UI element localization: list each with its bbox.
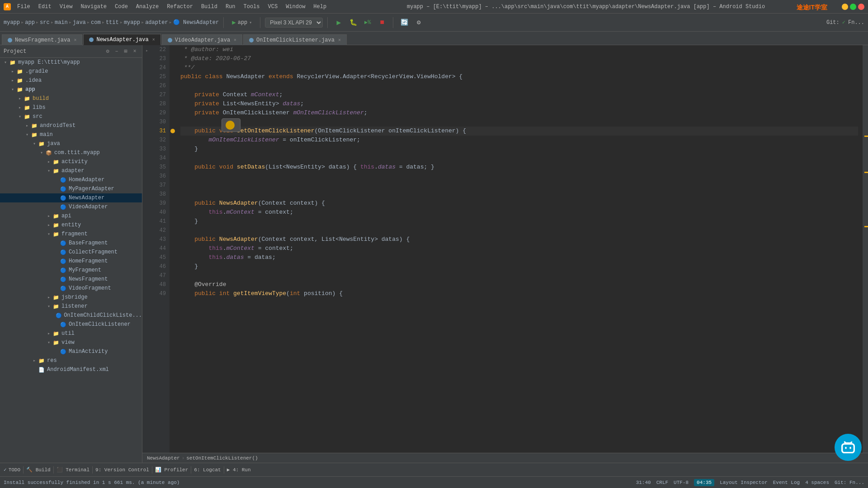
code-content[interactable]: * @author: wei * @date: 2020-06-27 **/ p… xyxy=(176,45,863,453)
tree-item-app[interactable]: ▾ 📁 app xyxy=(0,85,142,94)
close-button[interactable] xyxy=(858,4,864,10)
tab-close-newsadapter[interactable]: × xyxy=(152,38,155,42)
tab-onitemclicklistener[interactable]: OnItemClickListener.java × xyxy=(243,34,347,45)
maximize-button[interactable] xyxy=(850,4,856,10)
tree-item-build[interactable]: ▸ 📁 build xyxy=(0,94,142,103)
tree-item-mypageradapter[interactable]: ▸ 🔵 MyPagerAdapter xyxy=(0,184,142,193)
bc-myapp2[interactable]: myapp xyxy=(124,19,140,26)
menu-tools[interactable]: Tools xyxy=(240,3,264,11)
tab-close-onitemclicklistener[interactable]: × xyxy=(338,38,341,43)
sync-button[interactable]: 🔄 xyxy=(398,16,410,29)
code-editor[interactable]: ▸ 22 23 24 25 26 27 28 29 30 31 32 33 34… xyxy=(142,45,868,463)
event-log[interactable]: Event Log xyxy=(773,480,800,485)
tree-item-adapter[interactable]: ▾ 📁 adapter xyxy=(0,166,142,175)
tab-newsfragment[interactable]: NewsFragment.java × xyxy=(2,34,82,45)
tab-versioncontrol[interactable]: 9: Version Control xyxy=(95,467,149,473)
bc-app[interactable]: app xyxy=(25,19,35,26)
tree-item-gradle[interactable]: ▸ 📁 .gradle xyxy=(0,67,142,76)
sidebar-close-icon[interactable]: × xyxy=(131,48,138,55)
menu-navigate[interactable]: Navigate xyxy=(77,3,110,11)
tree-item-homeadapter[interactable]: ▸ 🔵 HomeAdapter xyxy=(0,175,142,184)
tree-item-onitemclick[interactable]: ▸ 🔵 OnItemClickListener xyxy=(0,320,142,329)
tree-item-entity[interactable]: ▸ 📁 entity xyxy=(0,221,142,230)
tree-item-libs[interactable]: ▸ 📁 libs xyxy=(0,103,142,112)
tree-item-myfragment[interactable]: ▸ 🔵 MyFragment xyxy=(0,266,142,275)
bc-ttit[interactable]: ttit xyxy=(106,19,119,26)
git-status[interactable]: Git: Fn... xyxy=(835,480,864,485)
tree-item-java[interactable]: ▾ 📁 java xyxy=(0,139,142,148)
tab-todo[interactable]: ✓ TODO xyxy=(4,467,20,473)
encoding[interactable]: UTF-8 xyxy=(674,480,689,485)
menu-help[interactable]: Help xyxy=(310,3,330,11)
tree-item-activity[interactable]: ▸ 📁 activity xyxy=(0,157,142,166)
tab-videoadapter[interactable]: VideoAdapter.java × xyxy=(162,34,242,45)
sidebar-settings-icon[interactable]: ⚙ xyxy=(104,48,111,55)
menu-vcs[interactable]: VCS xyxy=(264,3,282,11)
tree-item-res[interactable]: ▸ 📁 res xyxy=(0,356,142,365)
tree-item-src[interactable]: ▾ 📁 src xyxy=(0,112,142,121)
menu-view[interactable]: View xyxy=(56,3,76,11)
run-coverage-button[interactable]: ▶% xyxy=(361,16,374,29)
tree-item-newsadapter[interactable]: ▸ 🔵 NewsAdapter xyxy=(0,193,142,202)
tree-item-videoadapter[interactable]: ▸ 🔵 VideoAdapter xyxy=(0,202,142,211)
menu-run[interactable]: Run xyxy=(222,3,239,11)
tree-item-videofragment[interactable]: ▸ 🔵 VideoFragment xyxy=(0,284,142,293)
menu-window[interactable]: Window xyxy=(282,3,309,11)
tree-item-onitemchildclick[interactable]: ▸ 🔵 OnItemChildClickListe... xyxy=(0,311,142,320)
tree-item-jsbridge[interactable]: ▸ 📁 jsbridge xyxy=(0,293,142,302)
gutter-icon-fold[interactable]: ▸ xyxy=(143,47,151,54)
tree-item-homefragment[interactable]: ▸ 🔵 HomeFragment xyxy=(0,257,142,266)
tree-item-myapp[interactable]: ▾ 📁 myapp E:\ttit\myapp xyxy=(0,58,142,67)
bc-myapp[interactable]: myapp xyxy=(4,19,20,26)
tree-item-idea[interactable]: ▸ 📁 .idea xyxy=(0,76,142,85)
bc-newsadapter[interactable]: 🔵 NewsAdapter xyxy=(173,19,219,26)
tree-item-basefragment[interactable]: ▸ 🔵 BaseFragment xyxy=(0,239,142,248)
breadcrumb-class[interactable]: NewsAdapter xyxy=(147,455,180,461)
tab-newsadapter[interactable]: NewsAdapter.java × xyxy=(83,34,160,45)
tab-close-newsfragment[interactable]: × xyxy=(74,38,76,43)
menu-build[interactable]: Build xyxy=(198,3,221,11)
git-branch-info[interactable]: Fn... xyxy=(848,19,864,26)
tree-item-api[interactable]: ▸ 📁 api xyxy=(0,211,142,221)
bc-src[interactable]: src xyxy=(40,19,50,26)
menu-code[interactable]: Code xyxy=(111,3,132,11)
tree-item-androidtest[interactable]: ▸ 📁 androidTest xyxy=(0,121,142,130)
menu-analyze[interactable]: Analyze xyxy=(132,3,162,11)
tree-item-listener[interactable]: ▾ 📁 listener xyxy=(0,302,142,311)
breadcrumb-method[interactable]: setOnItemClickListener() xyxy=(186,455,258,461)
settings-button[interactable]: ⚙ xyxy=(412,16,425,29)
run-config-dropdown[interactable]: ▶ app ▾ xyxy=(228,16,255,29)
menu-edit[interactable]: Edit xyxy=(35,3,55,11)
run-button[interactable]: ▶ xyxy=(332,16,345,29)
menu-file[interactable]: File xyxy=(14,3,34,11)
bilibili-widget[interactable] xyxy=(835,434,862,461)
tab-close-videoadapter[interactable]: × xyxy=(234,38,236,43)
stop-button[interactable]: ■ xyxy=(376,16,388,29)
debug-button[interactable]: 🐛 xyxy=(347,16,359,29)
line-ending[interactable]: CRLF xyxy=(656,480,668,485)
indent-info[interactable]: 4 spaces xyxy=(805,480,829,485)
bc-java[interactable]: java xyxy=(73,19,86,26)
breakpoint-marker[interactable] xyxy=(170,129,175,133)
tab-build[interactable]: 🔨 Build xyxy=(26,467,51,473)
tree-item-main[interactable]: ▾ 📁 main xyxy=(0,130,142,139)
tree-item-util[interactable]: ▸ 📁 util xyxy=(0,329,142,338)
tab-profiler[interactable]: 📊 Profiler xyxy=(155,467,188,473)
tree-item-mainactivity[interactable]: ▸ 🔵 MainActivity xyxy=(0,347,142,356)
tab-logcat[interactable]: 6: Logcat xyxy=(194,467,221,473)
tree-item-collectfragment[interactable]: ▸ 🔵 CollectFragment xyxy=(0,248,142,257)
minimize-button[interactable] xyxy=(842,4,848,10)
sidebar-collapse-icon[interactable]: – xyxy=(113,48,120,55)
tab-run[interactable]: ▶ 4: Run xyxy=(227,467,251,473)
bc-com[interactable]: com xyxy=(91,19,101,26)
bc-main[interactable]: main xyxy=(55,19,68,26)
cursor-position[interactable]: 31:40 xyxy=(636,480,651,485)
tree-item-manifest[interactable]: ▸ 📄 AndroidManifest.xml xyxy=(0,365,142,374)
tree-item-newsfragment[interactable]: ▸ 🔵 NewsFragment xyxy=(0,275,142,284)
code-area[interactable]: ▸ 22 23 24 25 26 27 28 29 30 31 32 33 34… xyxy=(142,45,868,453)
project-tree[interactable]: ▾ 📁 myapp E:\ttit\myapp ▸ 📁 .gradle ▸ 📁 … xyxy=(0,58,142,463)
tree-item-view[interactable]: ▾ 📁 view xyxy=(0,338,142,347)
tree-item-fragment[interactable]: ▾ 📁 fragment xyxy=(0,230,142,239)
device-selector[interactable]: Pixel 3 XL API 29 xyxy=(265,18,323,28)
layout-inspector[interactable]: Layout Inspector xyxy=(720,480,768,485)
